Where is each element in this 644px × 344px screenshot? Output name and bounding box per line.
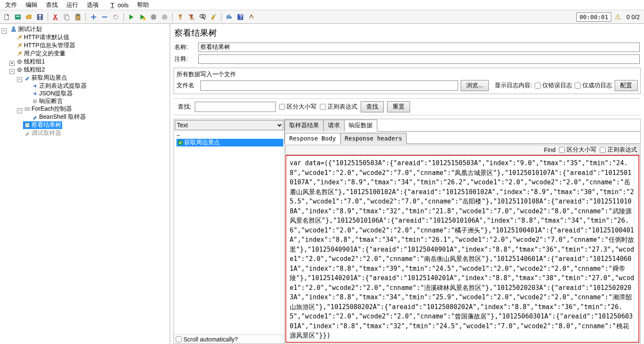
thread-counts: 0 0/2 (624, 14, 642, 20)
search-button[interactable]: 查找 (361, 101, 384, 112)
heap-dump-icon[interactable] (246, 12, 256, 22)
clear-all-icon[interactable] (186, 12, 197, 22)
templates-icon[interactable] (13, 12, 23, 22)
tree-response-assert[interactable]: 响应断言 (31, 97, 64, 105)
tree-toggle[interactable]: − (17, 108, 22, 113)
tree-user-vars[interactable]: 用户定义的变量 (15, 50, 66, 57)
expand-icon[interactable] (88, 12, 99, 22)
search-case-checkbox[interactable]: 区分大小写 (279, 103, 316, 111)
response-body-text[interactable]: var data=({"10125150503A":{"areaid":"101… (285, 155, 639, 343)
copy-icon[interactable] (62, 12, 72, 22)
scroll-auto-checkbox[interactable]: Scroll automatically? (176, 336, 238, 343)
svg-rect-19 (227, 15, 228, 19)
save-icon[interactable] (35, 12, 45, 22)
subtab-response-body[interactable]: Response Body (285, 133, 341, 144)
pipette-icon (24, 75, 31, 81)
tree-debug-sampler[interactable]: 调试取样器 (23, 129, 62, 137)
wrench-icon (16, 34, 23, 41)
tree-beanshell-sampler[interactable]: BeanShell 取样器 (31, 113, 87, 121)
tree-toggle[interactable]: − (177, 132, 180, 139)
subtab-response-headers[interactable]: Response headers (340, 133, 407, 144)
browse-button[interactable]: 浏览... (461, 80, 489, 91)
search-regex-checkbox[interactable]: 正则表达式 (320, 103, 357, 111)
menu-search[interactable]: 查找 (43, 0, 61, 10)
panel-title: 察看结果树 (170, 24, 644, 41)
tree-thread-group-2[interactable]: 线程组2 (15, 66, 46, 74)
filename-input[interactable] (200, 80, 458, 91)
find-regex-checkbox[interactable]: 正则表达式 (600, 146, 637, 154)
paste-icon[interactable] (73, 12, 83, 22)
new-icon[interactable] (2, 12, 12, 22)
tree-http-header-mgr[interactable]: HTTP信息头管理器 (15, 42, 76, 49)
tab-request[interactable]: 请求 (323, 120, 345, 132)
menu-tools[interactable]: Tools (104, 1, 132, 9)
menu-help[interactable]: 帮助 (134, 0, 152, 10)
svg-rect-21 (230, 16, 231, 19)
test-plan-tree[interactable]: − 测试计划 HTTP请求默认值 HTTP信息头管理器 用户定义的变量 +线程组… (0, 24, 170, 344)
flask-icon (10, 26, 17, 33)
tree-regex-extractor[interactable]: 正则表达式提取器 (31, 82, 88, 90)
results-tree[interactable]: − 获取周边景点 (174, 131, 284, 335)
tree-toggle[interactable]: + (9, 61, 14, 66)
only-error-checkbox[interactable]: 仅错误日志 (535, 82, 572, 89)
find-label: Find (544, 146, 556, 153)
tab-sampler-result[interactable]: 取样器结果 (285, 120, 324, 132)
tree-get-nearby-sampler[interactable]: 获取周边景点 (23, 74, 68, 82)
svg-rect-16 (190, 17, 193, 20)
tree-foreach-controller[interactable]: ForEach控制器 (23, 105, 73, 113)
tab-response-data[interactable]: 响应数据 (344, 120, 377, 132)
reset-search-icon[interactable] (208, 12, 219, 22)
reset-button[interactable]: 重置 (387, 101, 410, 112)
svg-point-24 (251, 14, 252, 16)
warning-icon[interactable]: ⚠ (615, 13, 621, 21)
tree-json-extractor[interactable]: JSON提取器 (31, 90, 74, 97)
svg-rect-1 (15, 15, 20, 19)
results-icon (24, 122, 31, 129)
tree-toggle[interactable]: − (9, 69, 14, 74)
stop-icon[interactable] (148, 12, 159, 22)
menu-file[interactable]: 文件 (2, 0, 20, 10)
collapse-icon[interactable] (100, 12, 110, 22)
tree-thread-group-1[interactable]: 线程组1 (15, 58, 46, 66)
open-icon[interactable] (24, 12, 34, 22)
toolbar-separator (85, 13, 86, 21)
search-input[interactable] (195, 102, 276, 112)
tree-http-defaults[interactable]: HTTP请求默认值 (15, 34, 70, 41)
wrench-icon (16, 50, 23, 57)
comment-input[interactable] (198, 54, 640, 64)
svg-rect-9 (66, 16, 69, 20)
menu-edit[interactable]: 编辑 (22, 0, 41, 10)
configure-button[interactable]: 配置 (615, 80, 638, 91)
menu-bar: 文件 编辑 查找 运行 选项 Tools 帮助 (0, 0, 644, 10)
search-icon[interactable] (197, 12, 208, 22)
toolbar-separator (221, 13, 222, 21)
shutdown-icon[interactable] (160, 12, 170, 22)
tree-test-plan[interactable]: 测试计划 (9, 26, 43, 33)
toggle-icon[interactable] (111, 12, 121, 22)
tree-toggle[interactable]: − (17, 77, 22, 82)
svg-point-14 (143, 17, 145, 20)
clear-icon[interactable] (175, 12, 185, 22)
name-label: 名称: (174, 43, 196, 51)
name-input[interactable] (198, 43, 640, 52)
renderer-select[interactable]: Text (175, 120, 283, 130)
tree-toggle[interactable]: − (2, 29, 7, 34)
show-log-label: 显示日志内容: (495, 82, 532, 89)
function-helper-icon[interactable] (224, 12, 234, 22)
find-case-checkbox[interactable]: 区分大小写 (559, 146, 596, 154)
menu-run[interactable]: 运行 (63, 0, 82, 10)
svg-text:?: ? (239, 14, 243, 20)
tree-view-results-tree[interactable]: 察看结果树 (23, 121, 62, 129)
toolbar-separator (123, 13, 124, 21)
start-icon[interactable] (126, 12, 137, 22)
menu-options[interactable]: 选项 (83, 0, 102, 10)
cut-icon[interactable] (51, 12, 61, 22)
only-success-checkbox[interactable]: 仅成功日志 (575, 82, 612, 89)
results-right-panel: 取样器结果 请求 响应数据 Response Body Response hea… (285, 119, 640, 344)
help-icon[interactable]: ? (235, 12, 245, 22)
pipette-icon (24, 130, 31, 137)
svg-rect-32 (25, 123, 29, 127)
sample-result-row[interactable]: 获取周边景点 (177, 139, 283, 146)
svg-rect-10 (76, 15, 80, 20)
start-no-timers-icon[interactable] (137, 12, 148, 22)
